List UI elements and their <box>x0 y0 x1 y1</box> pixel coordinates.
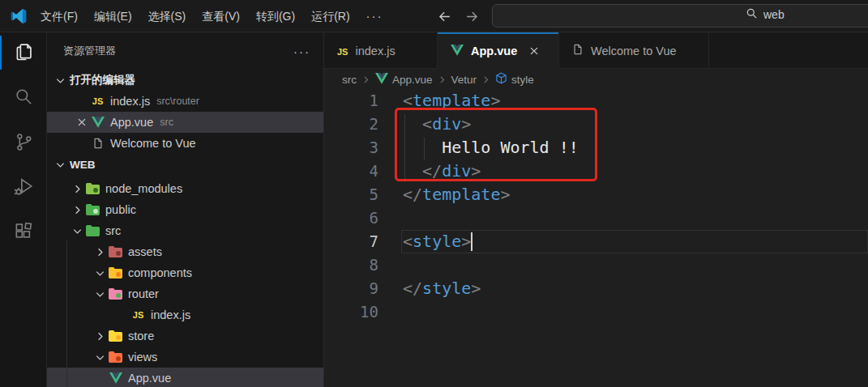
workspace-label: WEB <box>70 159 96 171</box>
code-token: < <box>403 114 432 134</box>
code-line-1[interactable]: 1<template> <box>324 89 868 113</box>
code-token: > <box>471 161 481 181</box>
activity-run-debug-button[interactable] <box>0 168 47 209</box>
tree-item-node_modules[interactable]: node_modules <box>47 178 323 199</box>
tab-app-vue[interactable]: App.vue <box>438 32 559 70</box>
close-tab-icon[interactable] <box>526 43 542 59</box>
code-token: template <box>413 91 490 110</box>
chevron-slot <box>114 308 130 321</box>
activity-explorer-button[interactable] <box>0 32 47 73</box>
breadcrumb-separator-icon <box>361 74 371 85</box>
code-line-4[interactable]: 4 </div> <box>324 159 868 183</box>
tree-item-name: router <box>128 287 159 300</box>
tree-item-views[interactable]: views <box>47 347 323 368</box>
tree-item-name: assets <box>128 245 162 258</box>
code-line-8[interactable]: 8 <box>324 253 868 277</box>
activity-extensions-button[interactable] <box>0 214 47 254</box>
menu-item-3[interactable]: 选择(S) <box>140 0 195 32</box>
open-editors-label: 打开的编辑器 <box>70 73 135 87</box>
tree-item-name: public <box>105 203 136 216</box>
code-line-10[interactable]: 10 <box>324 300 868 324</box>
code-token: > <box>461 114 471 134</box>
code-line-2[interactable]: 2 <div> <box>324 113 868 136</box>
tree-item-public[interactable]: public <box>47 199 323 220</box>
chevron-right-icon[interactable] <box>92 245 108 258</box>
chevron-right-icon[interactable] <box>69 182 85 195</box>
code-token: > <box>500 185 510 204</box>
line-number: 1 <box>324 89 378 113</box>
code-editor[interactable]: 1<template>2 <div>3 Hello World !!4 </di… <box>324 89 868 387</box>
tab-index-js[interactable]: JSindex.js <box>324 32 438 69</box>
code-line-9[interactable]: 9</style> <box>324 277 868 300</box>
tree-item-components[interactable]: components <box>47 262 323 283</box>
tree-item-src[interactable]: src <box>47 220 323 241</box>
open-editors-header[interactable]: 打开的编辑器 <box>47 70 323 91</box>
activity-bar <box>0 32 47 387</box>
tree-item-assets[interactable]: assets <box>47 241 323 262</box>
activity-search-button[interactable] <box>0 78 47 118</box>
open-editor-name: Welcome to Vue <box>110 137 196 150</box>
chevron-right-icon[interactable] <box>92 330 108 342</box>
chevron-down-icon <box>52 158 68 171</box>
text-cursor <box>471 232 472 251</box>
chevron-down-icon[interactable] <box>92 266 108 279</box>
chevron-down-icon[interactable] <box>92 287 108 300</box>
vue-icon <box>90 116 105 129</box>
search-icon <box>13 86 34 110</box>
open-editor-item[interactable]: App.vuesrc <box>47 112 323 133</box>
menu-item-6[interactable]: 运行(R) <box>303 0 357 32</box>
code-token: > <box>490 91 500 110</box>
code-text: <style> <box>403 230 471 253</box>
breadcrumb-item-src[interactable]: src <box>342 74 357 86</box>
code-token: </ <box>403 185 422 204</box>
tree-item-name: components <box>128 266 192 279</box>
chevron-down-icon[interactable] <box>92 351 108 364</box>
code-line-6[interactable]: 6 <box>324 206 868 230</box>
code-token: > <box>471 279 481 298</box>
menu-overflow-button[interactable]: ··· <box>358 9 391 23</box>
navigate-forward-icon[interactable] <box>462 7 481 25</box>
explorer-icon <box>13 40 35 66</box>
code-token: </ <box>403 279 422 298</box>
command-center-search[interactable]: web <box>492 4 868 28</box>
sidebar-header: 资源管理器 ··· <box>47 32 323 70</box>
explorer-more-actions-button[interactable]: ··· <box>293 45 310 58</box>
chevron-down-icon[interactable] <box>69 224 85 237</box>
line-number: 2 <box>324 113 378 136</box>
code-line-5[interactable]: 5</template> <box>324 183 868 206</box>
tree-item-App-vue[interactable]: App.vue <box>47 368 323 387</box>
menu-item-5[interactable]: 转到(G) <box>248 0 303 32</box>
open-editor-path: src\router <box>156 96 199 107</box>
chevron-right-icon[interactable] <box>69 203 85 216</box>
workspace-header[interactable]: WEB <box>47 154 323 175</box>
tree-item-name: index.js <box>151 308 190 321</box>
folder-assets-icon <box>108 245 123 258</box>
breadcrumb-item-vetur[interactable]: Vetur <box>451 74 477 86</box>
breadcrumb-item-app-vue[interactable]: App.vue <box>375 73 433 87</box>
menu-item-2[interactable]: 编辑(E) <box>86 0 140 32</box>
menu-item-4[interactable]: 查看(V) <box>194 0 248 32</box>
folder-components-icon <box>108 266 123 279</box>
code-line-7[interactable]: 7<style> <box>324 230 868 253</box>
code-line-3[interactable]: 3 Hello World !! <box>324 136 868 159</box>
breadcrumb-item-style[interactable]: style <box>495 72 534 87</box>
navigate-back-icon[interactable] <box>434 7 454 25</box>
code-token: > <box>461 232 471 251</box>
line-number: 10 <box>324 300 378 324</box>
file-icon <box>90 137 105 150</box>
tree-item-index-js[interactable]: JSindex.js <box>47 304 323 325</box>
tree-item-router[interactable]: router <box>47 283 323 304</box>
activity-source-control-button[interactable] <box>0 123 47 164</box>
tree-item-store[interactable]: store <box>47 325 323 347</box>
close-editor-icon[interactable] <box>74 116 90 129</box>
open-editor-item[interactable]: JSindex.jssrc\router <box>47 91 323 112</box>
line-number: 4 <box>324 159 378 183</box>
menu-bar: 文件(F)编辑(E)选择(S)查看(V)转到(G)运行(R) <box>32 0 358 32</box>
line-number: 8 <box>324 253 378 277</box>
explorer-sidebar: 资源管理器 ··· 打开的编辑器JSindex.jssrc\routerApp.… <box>47 32 324 387</box>
menu-item-1[interactable]: 文件(F) <box>32 0 86 32</box>
chevron-down-icon <box>52 74 68 87</box>
tab-welcome-to-vue[interactable]: Welcome to Vue <box>559 32 709 69</box>
open-editor-item[interactable]: Welcome to Vue <box>47 133 323 154</box>
close-slot <box>74 95 90 108</box>
